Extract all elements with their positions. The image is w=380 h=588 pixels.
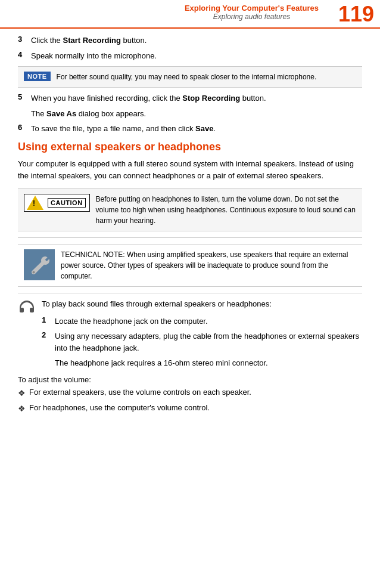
headphone-icon [18,298,36,318]
step-3-text: Click the Start Recording button. [31,35,362,47]
caution-word: CAUTION [48,198,86,208]
headphone-svg [18,299,35,318]
step-3-row: 3 Click the Start Recording button. [18,35,362,47]
caution-box: CAUTION Before putting on headphones to … [18,188,362,231]
step-5-number: 5 [18,92,31,101]
playback-step-2-text: Using any necessary adapters, plug the c… [55,330,362,354]
step-4-text: Speak normally into the microphone. [31,50,362,62]
playback-step-2-row: 2 Using any necessary adapters, plug the… [42,330,362,354]
bullet-diamond-1: ❖ [18,387,26,400]
caution-label-box: CAUTION [24,194,90,212]
note-box: NOTE For better sound quality, you may n… [18,66,362,88]
bullet-text-2: For headphones, use the computer's volum… [29,402,210,414]
playback-step-2-number: 2 [42,330,55,339]
header-sub-title: Exploring audio features [213,13,290,21]
svg-point-0 [33,271,35,274]
jack-note: The headphone jack requires a 16-ohm ste… [55,357,362,369]
wrench-svg [29,254,50,276]
divider-2 [18,293,362,293]
step-5-text: When you have finished recording, click … [31,92,362,104]
page-header: Exploring Your Computer's Features Explo… [0,0,380,29]
note-text: For better sound quality, you may need t… [57,72,317,82]
header-main-title: Exploring Your Computer's Features [185,4,319,13]
tech-note-text: TECHNICAL NOTE: When using amplified spe… [61,249,356,281]
step-3-number: 3 [18,35,31,44]
playback-step-1-text: Locate the headphone jack on the compute… [55,315,362,327]
bullet-item-2: ❖ For headphones, use the computer's vol… [18,402,362,415]
bullet-item-1: ❖ For external speakers, use the volume … [18,386,362,400]
main-content: 3 Click the Start Recording button. 4 Sp… [0,29,380,423]
section-heading: Using external speakers or headphones [18,141,362,153]
wrench-icon [24,249,55,280]
divider-1 [18,237,362,238]
step-5-sub: The Save As dialog box appears. [31,108,362,120]
bullet-text-1: For external speakers, use the volume co… [29,386,251,398]
caution-text: Before putting on headphones to listen, … [96,194,356,226]
step-6-number: 6 [18,123,31,132]
bullet-diamond-2: ❖ [18,403,26,415]
step-5-row: 5 When you have finished recording, clic… [18,92,362,104]
section-body: Your computer is equipped with a full st… [18,158,362,183]
playback-intro: To play back sound files through externa… [42,298,362,311]
caution-triangle-icon [27,196,43,210]
step-6-row: 6 To save the file, type a file name, an… [18,123,362,135]
step-4-number: 4 [18,50,31,59]
note-label: NOTE [24,72,51,81]
tech-note-box: TECHNICAL NOTE: When using amplified spe… [18,244,362,287]
playback-row: To play back sound files through externa… [18,298,362,373]
playback-content: To play back sound files through externa… [42,298,362,373]
playback-step-1-number: 1 [42,315,55,324]
page-number: 119 [338,4,374,25]
header-titles: Exploring Your Computer's Features Explo… [170,4,334,21]
playback-step-1-row: 1 Locate the headphone jack on the compu… [42,315,362,327]
adjust-label: To adjust the volume: [18,375,362,384]
step-4-row: 4 Speak normally into the microphone. [18,50,362,62]
step-6-text: To save the file, type a file name, and … [31,123,362,135]
